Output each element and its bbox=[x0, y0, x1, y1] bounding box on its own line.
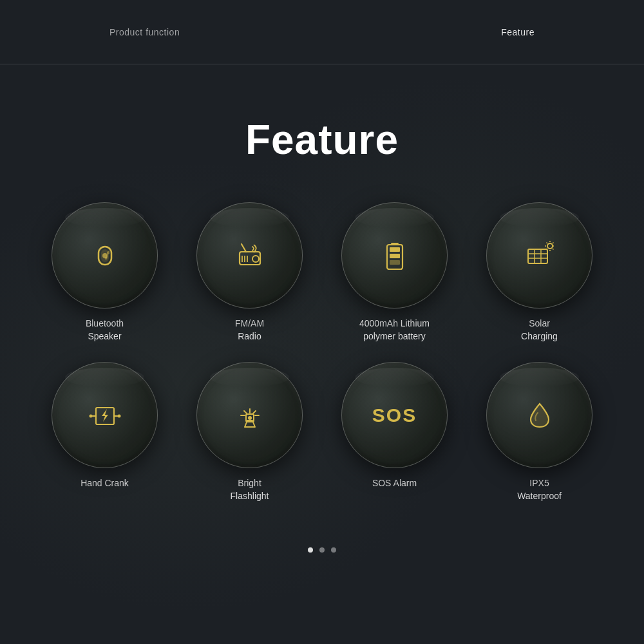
svg-point-34 bbox=[117, 414, 120, 417]
feature-item-solar-charging: SolarCharging bbox=[473, 202, 605, 343]
nav-bar: Product function Feature bbox=[0, 0, 644, 64]
feature-item-bluetooth-speaker: BluetoothSpeaker bbox=[39, 202, 171, 343]
feature-circle-ipx5-waterproof bbox=[486, 362, 592, 468]
svg-line-29 bbox=[546, 249, 547, 250]
pagination bbox=[0, 547, 644, 553]
feature-label-bright-flashlight: BrightFlashlight bbox=[231, 477, 269, 502]
svg-line-27 bbox=[553, 249, 554, 250]
svg-rect-14 bbox=[390, 254, 400, 258]
flashlight-icon bbox=[232, 397, 268, 433]
waterproof-icon bbox=[522, 397, 558, 433]
pagination-dot-2[interactable] bbox=[319, 547, 325, 553]
feature-label-hand-crank: Hand Crank bbox=[80, 477, 129, 490]
feature-item-ipx5-waterproof: IPX5Waterproof bbox=[473, 362, 605, 502]
feature-label-battery: 4000mAh Lithiumpolymer battery bbox=[359, 317, 430, 343]
feature-circle-bright-flashlight bbox=[196, 362, 303, 468]
feature-grid: BluetoothSpeaker bbox=[0, 202, 644, 502]
nav-product-function[interactable]: Product function bbox=[109, 27, 180, 37]
svg-rect-13 bbox=[390, 247, 400, 252]
feature-heading: Feature bbox=[0, 116, 644, 164]
svg-point-32 bbox=[89, 414, 92, 417]
feature-circle-sos-alarm: SOS bbox=[341, 362, 448, 468]
speaker-icon bbox=[87, 238, 123, 274]
feature-item-fm-am-radio: FM/AMRadio bbox=[184, 202, 316, 343]
feature-item-hand-crank: Hand Crank bbox=[39, 362, 171, 502]
pagination-dot-1[interactable] bbox=[308, 547, 313, 553]
pagination-dot-3[interactable] bbox=[331, 547, 336, 553]
feature-circle-fm-am-radio bbox=[196, 202, 303, 308]
feature-label-ipx5-waterproof: IPX5Waterproof bbox=[517, 477, 562, 502]
feature-label-fm-am-radio: FM/AMRadio bbox=[235, 317, 264, 343]
crank-icon bbox=[87, 397, 123, 433]
svg-line-37 bbox=[244, 411, 247, 413]
svg-point-41 bbox=[248, 416, 252, 420]
svg-rect-16 bbox=[528, 249, 547, 263]
svg-line-26 bbox=[546, 242, 547, 243]
radio-icon bbox=[232, 238, 268, 274]
feature-circle-bluetooth-speaker bbox=[52, 202, 158, 308]
feature-circle-hand-crank bbox=[52, 362, 158, 468]
svg-line-10 bbox=[242, 244, 246, 252]
feature-label-solar-charging: SolarCharging bbox=[521, 317, 558, 343]
sos-icon: SOS bbox=[372, 404, 417, 426]
feature-label-sos-alarm: SOS Alarm bbox=[372, 477, 417, 490]
svg-rect-15 bbox=[390, 260, 400, 265]
feature-circle-battery bbox=[341, 202, 448, 308]
feature-item-bright-flashlight: BrightFlashlight bbox=[184, 362, 316, 502]
svg-point-21 bbox=[547, 243, 553, 249]
svg-point-9 bbox=[252, 256, 259, 262]
svg-rect-12 bbox=[391, 243, 399, 245]
battery-icon bbox=[377, 238, 413, 274]
svg-line-28 bbox=[553, 242, 554, 243]
page-title: Feature bbox=[0, 116, 644, 164]
feature-circle-solar-charging bbox=[486, 202, 592, 308]
feature-item-sos-alarm: SOS SOS Alarm bbox=[328, 362, 460, 502]
feature-label-bluetooth-speaker: BluetoothSpeaker bbox=[86, 317, 124, 343]
svg-line-38 bbox=[253, 411, 256, 413]
svg-point-4 bbox=[104, 257, 107, 260]
feature-item-battery: 4000mAh Lithiumpolymer battery bbox=[328, 202, 460, 343]
solar-icon bbox=[522, 238, 558, 274]
nav-feature[interactable]: Feature bbox=[501, 27, 535, 37]
